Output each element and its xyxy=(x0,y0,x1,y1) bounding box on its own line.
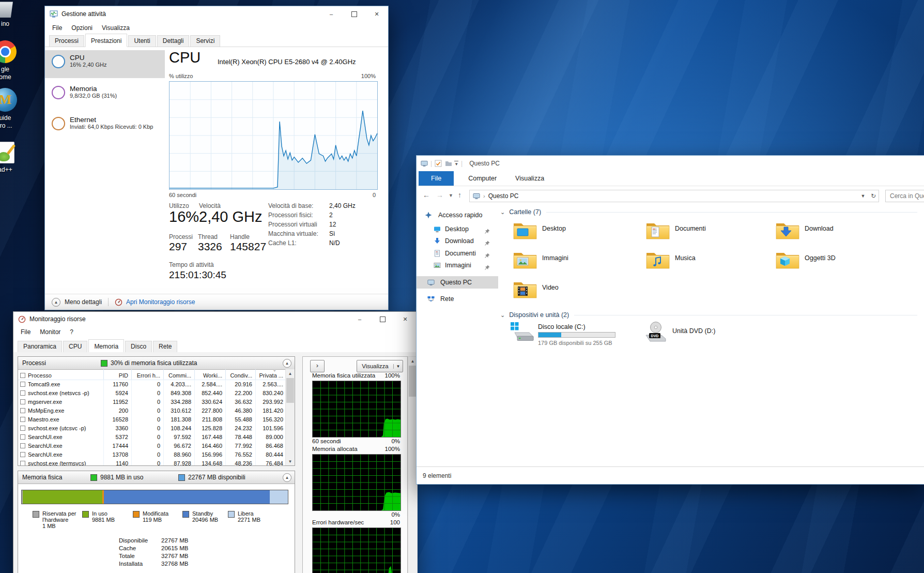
visualizza-dropdown[interactable]: Visualizza ▼ xyxy=(357,360,403,372)
ribbon-tab-file[interactable]: File xyxy=(419,171,454,186)
column-header-worki[interactable]: Worki... xyxy=(195,369,226,380)
expand-panel-button[interactable]: › xyxy=(310,360,325,372)
folder-oggetti-3d[interactable]: Oggetti 3D xyxy=(776,250,892,276)
folder-desktop[interactable]: Desktop xyxy=(513,221,629,247)
tm-tab-prestazioni[interactable]: Prestazioni xyxy=(85,34,127,47)
select-all-checkbox[interactable] xyxy=(20,373,25,378)
row-checkbox[interactable] xyxy=(20,382,25,387)
rm-menu-monitor[interactable]: Monitor xyxy=(35,327,65,337)
folder-musica[interactable]: Musica xyxy=(646,250,762,276)
process-row[interactable]: SearchUI.exe17444096.672164.46077.99286.… xyxy=(18,441,286,450)
process-row[interactable]: SearchUI.exe5372097.592167.44878.44889.0… xyxy=(18,432,286,441)
tm-menu-visualizza[interactable]: Visualizza xyxy=(97,23,134,33)
column-header-errori-h[interactable]: Errori h... xyxy=(132,369,164,380)
back-button[interactable]: ← xyxy=(423,191,430,199)
row-checkbox[interactable] xyxy=(20,452,25,457)
tm-tab-servizi[interactable]: Servizi xyxy=(190,35,220,47)
quick-access-check-icon[interactable] xyxy=(435,160,442,167)
group-header-folders[interactable]: ⌄ Cartelle (7) xyxy=(500,208,917,216)
tm-tab-utenti[interactable]: Utenti xyxy=(128,35,156,47)
task-manager-titlebar[interactable]: Gestione attività – ✕ xyxy=(45,6,388,22)
drive-unit-dvd-d[interactable]: DVDUnità DVD (D:) xyxy=(643,321,759,347)
row-checkbox[interactable] xyxy=(20,408,25,413)
address-input[interactable]: › Questo PC ▼ ↻ xyxy=(469,190,879,202)
column-header-condiv[interactable]: Condiv... xyxy=(226,369,256,380)
minimize-button[interactable]: – xyxy=(320,6,343,22)
minimize-button[interactable]: – xyxy=(348,312,371,326)
folder-documenti[interactable]: Documenti xyxy=(646,221,762,247)
collapse-group-icon[interactable]: ⌄ xyxy=(500,312,505,319)
column-header-pid[interactable]: PID xyxy=(104,369,132,380)
rm-tab-rete[interactable]: Rete xyxy=(153,341,177,352)
row-checkbox[interactable] xyxy=(20,426,25,431)
search-input[interactable]: Cerca in Que xyxy=(885,190,924,202)
folder-video[interactable]: Video xyxy=(513,280,629,306)
collapse-panel-button[interactable]: ▲ xyxy=(283,473,291,482)
row-checkbox[interactable] xyxy=(20,417,25,422)
folder-download[interactable]: Download xyxy=(776,221,892,247)
tm-tab-dettagli[interactable]: Dettagli xyxy=(157,35,190,47)
rm-tab-panoramica[interactable]: Panoramica xyxy=(18,341,62,352)
drive-disco-locale-c[interactable]: Disco locale (C:)179 GB disponibili su 2… xyxy=(509,321,638,351)
column-header-commi[interactable]: Commi... xyxy=(164,369,195,380)
maximize-button[interactable] xyxy=(371,312,394,326)
up-button[interactable]: ↑ xyxy=(458,191,461,199)
group-header-devices[interactable]: ⌄ Dispositivi e unità (2) xyxy=(500,311,917,319)
process-row[interactable]: Tomcat9.exe1176004.203....2.584....20.91… xyxy=(18,380,286,388)
address-dropdown-icon[interactable]: ▼ xyxy=(858,193,868,199)
process-row[interactable]: SearchUI.exe13708088.960156.99676.55280.… xyxy=(18,450,286,459)
table-scrollbar[interactable]: ▲▼ xyxy=(285,369,295,465)
nav-item-accesso-rapido[interactable]: Accesso rapido xyxy=(417,209,498,221)
process-row[interactable]: svchost.exe (utcsvc -p)33600108.244125.8… xyxy=(18,424,286,432)
desktop-icon-recycle-bin[interactable]: ino xyxy=(0,0,24,28)
close-button[interactable]: ✕ xyxy=(365,6,388,22)
ribbon-tab-visualizza[interactable]: Visualizza xyxy=(506,171,553,186)
tm-sidebar-cpu[interactable]: CPU16% 2,40 GHz xyxy=(45,50,165,78)
desktop-icon-notepad-plus-plus[interactable]: ad++ xyxy=(0,142,24,174)
less-details-button[interactable]: Meno dettagli xyxy=(65,298,102,306)
rm-menu-file[interactable]: File xyxy=(16,327,35,337)
row-checkbox[interactable] xyxy=(20,461,25,466)
collapse-panel-button[interactable]: ▲ xyxy=(283,359,291,368)
tm-menu-opzioni[interactable]: Opzioni xyxy=(67,23,97,33)
nav-item-questo-pc[interactable]: Questo PC xyxy=(417,276,498,289)
row-checkbox[interactable] xyxy=(20,390,25,396)
maximize-button[interactable] xyxy=(343,6,365,22)
customize-toolbar-icon[interactable]: ▼ xyxy=(454,161,458,167)
nav-item-documenti[interactable]: Documenti xyxy=(417,247,498,260)
collapse-group-icon[interactable]: ⌄ xyxy=(500,209,505,216)
tm-sidebar-ethernet[interactable]: EthernetInviati: 64,0 Kbps Ricevuti: 0 K… xyxy=(45,112,165,140)
rm-tab-disco[interactable]: Disco xyxy=(125,341,152,352)
tm-sidebar-memoria[interactable]: Memoria9,8/32,0 GB (31%) xyxy=(45,81,165,109)
process-row[interactable]: svchost.exe (netsvcs -p)59240849.308852.… xyxy=(18,388,286,397)
row-checkbox[interactable] xyxy=(20,443,25,448)
desktop-icon-google-chrome[interactable]: gleome xyxy=(0,40,24,81)
desktop-icon-guide[interactable]: Muidetro ... xyxy=(0,88,24,130)
rm-menu-item[interactable]: ? xyxy=(65,327,78,337)
rm-tab-cpu[interactable]: CPU xyxy=(63,341,87,352)
nav-item-desktop[interactable]: Desktop xyxy=(417,223,498,235)
tm-menu-file[interactable]: File xyxy=(48,23,67,33)
close-button[interactable]: ✕ xyxy=(394,312,417,326)
explorer-titlebar[interactable]: | ▼ | Questo PC xyxy=(417,156,924,171)
nav-item-download[interactable]: Download xyxy=(417,235,498,247)
forward-button[interactable]: → xyxy=(436,191,443,199)
process-row[interactable]: Maestro.exe165280181.308211.80855.488156… xyxy=(18,415,286,424)
refresh-icon[interactable]: ↻ xyxy=(868,192,879,200)
quick-access-folder-icon[interactable] xyxy=(445,160,452,167)
row-checkbox[interactable] xyxy=(20,434,25,440)
tm-tab-processi[interactable]: Processi xyxy=(49,35,84,47)
column-header-processo[interactable]: Processo xyxy=(18,369,104,380)
ribbon-tab-computer[interactable]: Computer xyxy=(459,171,506,186)
process-row[interactable]: MsMpEng.exe2000310.612227.80046.380181.4… xyxy=(18,406,286,415)
process-row[interactable]: mgserver.exe119520334.288330.62436.63229… xyxy=(18,397,286,406)
breadcrumb[interactable]: Questo PC xyxy=(488,192,519,200)
column-header-privata[interactable]: Privata ...⌄ xyxy=(256,369,287,380)
rm-tab-memoria[interactable]: Memoria xyxy=(88,339,124,353)
row-checkbox[interactable] xyxy=(20,399,25,404)
recent-locations-icon[interactable]: ▼ xyxy=(449,193,453,198)
open-resource-monitor-link[interactable]: Apri Monitoraggio risorse xyxy=(126,298,195,306)
process-row[interactable]: svchost.exe (termsvcs)1140087.928134.648… xyxy=(18,459,286,465)
folder-immagini[interactable]: Immagini xyxy=(513,250,629,276)
collapse-chevron-icon[interactable]: ▲ xyxy=(52,298,60,307)
